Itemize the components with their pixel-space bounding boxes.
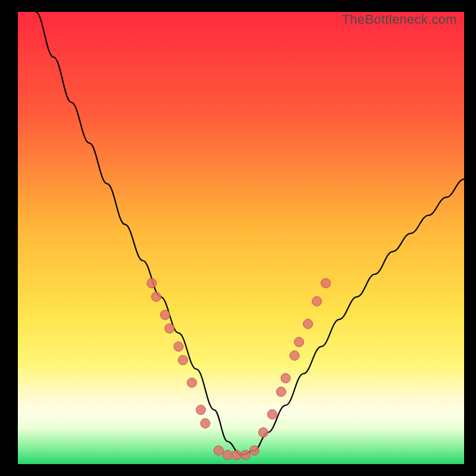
- data-point: [196, 405, 206, 415]
- frame: TheBottleneck.com: [0, 0, 476, 476]
- data-point: [268, 409, 277, 419]
- data-point: [147, 278, 156, 288]
- data-point: [201, 419, 210, 428]
- data-point: [165, 324, 174, 333]
- data-point: [303, 319, 313, 328]
- data-point: [161, 310, 170, 320]
- data-point: [281, 374, 290, 383]
- data-point: [321, 278, 331, 288]
- data-point: [223, 450, 233, 460]
- data-point: [290, 351, 299, 361]
- data-point: [312, 296, 322, 306]
- data-point: [174, 342, 183, 351]
- data-point: [241, 450, 250, 460]
- data-point: [187, 378, 197, 387]
- gradient-bg: [18, 12, 464, 464]
- chart-svg: [18, 12, 464, 464]
- data-point: [152, 292, 161, 302]
- data-point: [178, 355, 188, 365]
- data-point: [295, 337, 304, 347]
- plot-area: TheBottleneck.com: [18, 12, 464, 464]
- watermark-text: TheBottleneck.com: [342, 12, 457, 27]
- data-point: [277, 387, 286, 396]
- data-point: [250, 446, 259, 455]
- data-point: [259, 428, 268, 437]
- data-point: [232, 450, 242, 460]
- data-point: [214, 446, 224, 455]
